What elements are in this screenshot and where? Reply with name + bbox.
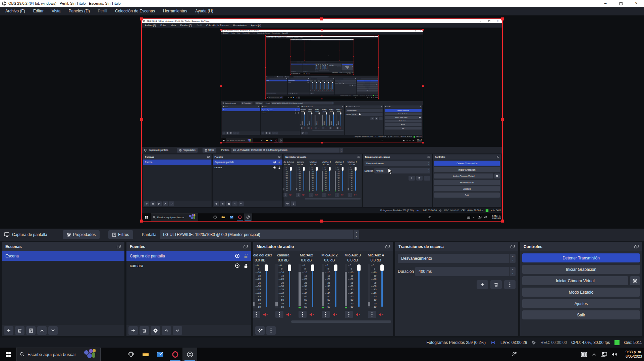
scene-row[interactable]: Escena (2, 251, 124, 261)
source-row[interactable]: camara (126, 261, 251, 270)
task-view-button[interactable] (123, 348, 138, 361)
control-button[interactable]: Iniciar Cámara Virtual (522, 276, 628, 285)
lock-open-icon[interactable] (244, 254, 248, 258)
mute-icon[interactable] (309, 312, 315, 317)
mixer-horizontal-scrollbar[interactable] (291, 320, 391, 323)
volume-slider-thumb[interactable] (357, 264, 361, 271)
channel-menu-button[interactable] (322, 311, 330, 318)
channel-menu-button[interactable] (253, 311, 260, 318)
add-scene-button[interactable] (4, 326, 13, 335)
move-scene-down-button[interactable] (48, 326, 58, 335)
minimize-button[interactable]: – (598, 0, 613, 7)
transition-menu-button[interactable] (504, 280, 516, 289)
news-widget-button[interactable] (579, 348, 589, 361)
mute-icon[interactable] (332, 312, 338, 317)
volume-slider-thumb[interactable] (265, 264, 268, 271)
channel-menu-button[interactable] (299, 311, 307, 318)
move-scene-up-button[interactable] (37, 326, 47, 335)
control-button[interactable]: Iniciar Grabación (522, 265, 640, 274)
move-source-up-button[interactable] (162, 326, 171, 335)
volume-slider[interactable] (311, 264, 315, 308)
start-button[interactable] (0, 348, 16, 361)
menu-item[interactable]: Editar (29, 7, 48, 15)
mail-button[interactable] (153, 348, 168, 361)
resize-handle-bottom-right[interactable] (501, 220, 504, 223)
dock-popout-icon[interactable] (117, 245, 121, 248)
opera-browser-button[interactable] (168, 348, 182, 361)
mute-icon[interactable] (286, 312, 291, 317)
channel-menu-button[interactable] (345, 311, 353, 318)
resize-handle-top-center[interactable] (320, 17, 323, 20)
mute-icon[interactable] (379, 312, 384, 317)
transition-dropdown[interactable]: Desvanecimiento ⌃⌄ (398, 254, 516, 263)
mute-icon[interactable] (356, 312, 361, 317)
file-explorer-button[interactable] (138, 348, 153, 361)
volume-slider[interactable] (380, 264, 384, 308)
tray-expand-button[interactable] (589, 348, 599, 361)
menu-item[interactable]: Paneles (D) (65, 7, 94, 15)
volume-slider[interactable] (334, 264, 338, 308)
menu-item[interactable]: Vista (48, 7, 64, 15)
add-transition-button[interactable] (477, 280, 488, 289)
control-button[interactable]: Salir (522, 310, 640, 319)
resize-handle-mid-right[interactable] (501, 118, 504, 121)
spinbox-arrows-icon[interactable]: ⌃⌄ (509, 267, 516, 276)
people-button[interactable] (506, 348, 522, 361)
remove-scene-button[interactable] (15, 326, 24, 335)
remove-source-button[interactable] (140, 326, 149, 335)
volume-slider-thumb[interactable] (288, 264, 291, 271)
remove-transition-button[interactable] (490, 280, 502, 289)
volume-slider[interactable] (264, 264, 268, 308)
menu-item[interactable]: Perfil (94, 7, 111, 15)
scene-filters-button[interactable] (26, 326, 36, 335)
volume-slider-thumb[interactable] (311, 264, 314, 271)
channel-menu-button[interactable] (368, 311, 376, 318)
close-button[interactable]: × (629, 0, 644, 7)
advanced-audio-button[interactable] (255, 326, 265, 335)
duration-spinbox[interactable]: 400 ms ⌃⌄ (415, 267, 516, 276)
restore-button[interactable] (613, 0, 629, 7)
resize-handle-top-right[interactable] (501, 17, 504, 20)
volume-slider[interactable] (357, 264, 361, 308)
mixer-menu-button[interactable] (266, 326, 276, 335)
channel-menu-button[interactable] (275, 311, 283, 318)
menu-item[interactable]: Ayuda (H) (191, 7, 217, 15)
resize-handle-bottom-left[interactable] (140, 220, 143, 223)
source-properties-button[interactable] (151, 326, 160, 335)
add-source-button[interactable] (128, 326, 138, 335)
volume-icon[interactable] (609, 348, 619, 361)
taskbar-clock[interactable]: 9:33 p. m. 6/05/2023 (619, 350, 644, 359)
resize-handle-bottom-center[interactable] (320, 220, 323, 223)
menu-item[interactable]: Archivo (F) (1, 7, 29, 15)
menu-item[interactable]: Herramientas (159, 7, 191, 15)
dropdown-spinner-icon[interactable]: ⌃⌄ (353, 230, 359, 239)
dropdown-spinner-icon[interactable]: ⌃⌄ (509, 254, 516, 263)
volume-slider[interactable] (287, 264, 291, 308)
dock-popout-icon[interactable] (634, 245, 639, 248)
dock-popout-icon[interactable] (511, 245, 515, 248)
network-icon[interactable] (599, 348, 609, 361)
resize-handle-mid-left[interactable] (140, 118, 143, 121)
menu-item[interactable]: Colección de Escenas (111, 7, 159, 15)
screen-capture-source[interactable]: OBS 29.0.2 (64-bit, windows) - Perfil: S… (141, 18, 503, 222)
volume-slider-thumb[interactable] (380, 264, 384, 271)
lock-closed-icon[interactable] (244, 263, 248, 268)
control-button[interactable]: Detener Transmisión (522, 253, 640, 262)
screen-select-dropdown[interactable]: LG ULTRAWIDE: 1920x1080 @ 0,0 (Monitor p… (160, 230, 359, 239)
control-button[interactable]: Ajustes (522, 299, 640, 308)
volume-slider-thumb[interactable] (334, 264, 337, 271)
visibility-icon[interactable] (235, 263, 240, 268)
dock-popout-icon[interactable] (244, 245, 248, 248)
taskbar-search-box[interactable]: Escribe aquí para buscar (16, 348, 101, 361)
move-source-down-button[interactable] (173, 326, 182, 335)
filters-button[interactable]: Filtros (108, 230, 133, 239)
mute-icon[interactable] (263, 312, 268, 317)
search-highlight-image[interactable] (83, 348, 97, 360)
obs-taskbar-button[interactable] (182, 348, 197, 361)
resize-handle-top-left[interactable] (140, 17, 143, 20)
dock-popout-icon[interactable] (385, 245, 390, 248)
control-button[interactable]: Modo Estudio (522, 288, 640, 297)
properties-button[interactable]: Propiedades (63, 230, 100, 239)
source-row[interactable]: Captura de pantalla (126, 251, 251, 261)
virtual-camera-settings-button[interactable] (630, 276, 640, 285)
